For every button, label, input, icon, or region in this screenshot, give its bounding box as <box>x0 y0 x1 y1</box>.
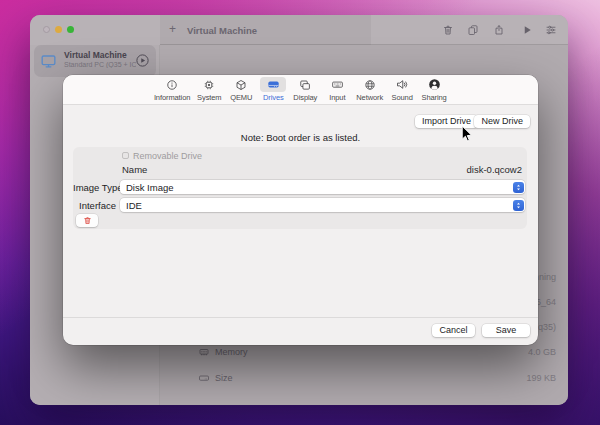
row-label-memory: Memory <box>215 347 248 357</box>
keyboard-icon <box>324 77 350 92</box>
tab-sharing[interactable]: Sharing <box>421 77 447 102</box>
drive-filename: disk-0.qcow2 <box>467 164 522 175</box>
vm-settings-dialog: Information System QEMU Drives <box>63 75 538 345</box>
trash-icon[interactable] <box>442 24 454 36</box>
filters-icon[interactable] <box>545 24 557 36</box>
row-value-size: 199 KB <box>526 373 556 383</box>
row-value-memory: 4.0 GB <box>528 347 556 357</box>
close-button[interactable] <box>43 26 50 33</box>
display-icon <box>292 77 318 92</box>
tab-network[interactable]: Network <box>356 77 383 102</box>
tab-sound[interactable]: Sound <box>389 77 415 102</box>
cube-icon <box>228 77 254 92</box>
drive-form: Removable Drive Name disk-0.qcow2 Image … <box>73 147 527 229</box>
settings-tab-bar: Information System QEMU Drives <box>63 75 538 105</box>
memory-icon <box>198 346 210 358</box>
row-label-size: Size <box>215 373 233 383</box>
mouse-cursor <box>461 125 473 142</box>
toolbar-title-area: + Virtual Machine <box>160 15 371 45</box>
speaker-icon <box>389 77 415 92</box>
drive-icon <box>260 77 286 92</box>
footer-divider <box>63 317 538 318</box>
tab-display[interactable]: Display <box>292 77 318 102</box>
name-label: Name <box>122 164 147 175</box>
cpu-icon <box>196 77 222 92</box>
window-title: Virtual Machine <box>187 25 257 36</box>
zoom-button[interactable] <box>67 26 74 33</box>
stepper-icon <box>513 200 524 211</box>
vm-name: Virtual Machine <box>64 50 127 60</box>
interface-select[interactable]: IDE <box>120 198 525 212</box>
minimize-button[interactable] <box>55 26 62 33</box>
add-vm-button[interactable]: + <box>169 22 176 36</box>
partial-value-architecture: 6_64 <box>536 297 556 307</box>
vm-subtitle: Standard PC (Q35 + ICH… <box>64 61 136 68</box>
play-icon[interactable] <box>521 24 533 36</box>
internal-drive-icon <box>198 372 210 384</box>
image-type-label: Image Type <box>73 182 116 193</box>
globe-icon <box>357 77 383 92</box>
cancel-button[interactable]: Cancel <box>432 324 475 337</box>
stepper-icon <box>513 182 524 193</box>
tab-input[interactable]: Input <box>324 77 350 102</box>
partial-value-machine: (q35) <box>535 322 556 332</box>
image-type-select[interactable]: Disk Image <box>120 180 525 194</box>
trash-icon <box>83 216 92 225</box>
duplicate-icon[interactable] <box>467 24 479 36</box>
removable-drive-checkbox[interactable] <box>122 152 129 159</box>
sidebar-item-virtual-machine[interactable]: Virtual Machine Standard PC (Q35 + ICH… <box>34 45 156 77</box>
tab-system[interactable]: System <box>196 77 222 102</box>
save-button[interactable]: Save <box>482 324 530 337</box>
info-icon <box>159 77 185 92</box>
removable-drive-label: Removable Drive <box>133 151 202 161</box>
tab-qemu[interactable]: QEMU <box>228 77 254 102</box>
interface-value: IDE <box>126 200 142 211</box>
delete-drive-button[interactable] <box>76 214 98 227</box>
share-icon[interactable] <box>493 24 505 36</box>
screen: + Virtual Machine <box>0 0 600 425</box>
new-drive-button[interactable]: New Drive <box>474 115 530 128</box>
titlebar: + Virtual Machine <box>30 15 568 45</box>
monitor-icon <box>40 53 57 69</box>
person-circle-icon <box>421 77 447 92</box>
tab-information[interactable]: Information <box>154 77 190 102</box>
interface-label: Interface <box>73 200 116 211</box>
image-type-value: Disk Image <box>126 182 174 193</box>
run-vm-button[interactable] <box>135 53 150 68</box>
tab-drives[interactable]: Drives <box>260 77 286 102</box>
